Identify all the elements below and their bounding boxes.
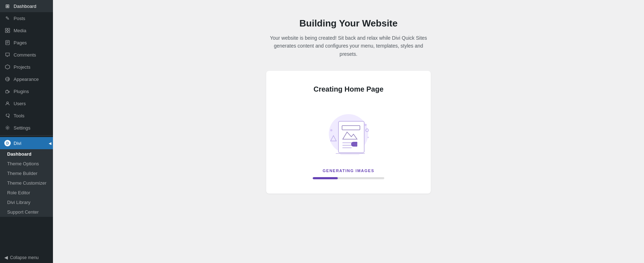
sidebar-item-projects[interactable]: Projects xyxy=(0,61,53,73)
divi-submenu-item-theme-options[interactable]: Theme Options xyxy=(0,159,53,169)
divi-submenu-item-theme-builder[interactable]: Theme Builder xyxy=(0,169,53,178)
svg-point-16 xyxy=(330,129,332,131)
sidebar-item-label: Media xyxy=(14,28,26,33)
sidebar-item-label: Pages xyxy=(14,40,27,45)
divi-submenu-item-role-editor[interactable]: Role Editor xyxy=(0,188,53,198)
page-subtitle: Your website is being created! Sit back … xyxy=(270,34,427,58)
divi-submenu-item-label: Divi Library xyxy=(7,200,30,205)
sidebar-item-dashboard[interactable]: ⊞ Dashboard xyxy=(0,0,53,12)
page-title: Building Your Website xyxy=(299,18,397,29)
main-content: Building Your Website Your website is be… xyxy=(53,0,644,263)
sidebar-item-label: Dashboard xyxy=(14,4,36,9)
collapse-label: Collapse menu xyxy=(10,255,39,260)
collapse-menu-button[interactable]: ◀ Collapse menu xyxy=(0,252,53,263)
tools-icon xyxy=(4,112,11,119)
sidebar-item-plugins[interactable]: Plugins xyxy=(0,85,53,97)
posts-icon: ✎ xyxy=(4,15,11,21)
collapse-icon: ◀ xyxy=(4,255,8,260)
status-label: GENERATING IMAGES xyxy=(323,169,374,173)
divi-submenu-item-label: Theme Options xyxy=(7,161,39,166)
sidebar-item-pages[interactable]: Pages xyxy=(0,36,53,49)
comments-icon xyxy=(4,52,11,58)
sidebar: ⊞ Dashboard ✎ Posts Media Pages xyxy=(0,0,53,263)
sidebar-item-label: Posts xyxy=(14,16,25,21)
divi-submenu-item-label: Support Center xyxy=(7,209,39,215)
svg-point-18 xyxy=(367,137,369,138)
sidebar-item-appearance[interactable]: Appearance xyxy=(0,73,53,85)
divi-submenu-item-label: Theme Builder xyxy=(7,171,38,176)
divi-icon: D xyxy=(4,140,11,146)
sidebar-item-media[interactable]: Media xyxy=(0,24,53,36)
sidebar-item-label: Projects xyxy=(14,64,30,70)
settings-icon xyxy=(4,125,11,131)
media-icon xyxy=(4,27,11,34)
sidebar-item-label: Comments xyxy=(14,52,36,58)
divi-submenu-item-dashboard[interactable]: Dashboard xyxy=(0,149,53,159)
sidebar-item-tools[interactable]: Tools xyxy=(0,109,53,122)
svg-rect-3 xyxy=(8,31,10,33)
svg-rect-0 xyxy=(5,28,7,30)
dashboard-icon: ⊞ xyxy=(4,3,11,9)
page-illustration xyxy=(320,103,377,161)
svg-rect-10 xyxy=(6,91,8,93)
divi-submenu-item-theme-customizer[interactable]: Theme Customizer xyxy=(0,178,53,188)
sidebar-item-settings[interactable]: Settings xyxy=(0,122,53,134)
svg-point-17 xyxy=(365,124,367,126)
sidebar-item-posts[interactable]: ✎ Posts xyxy=(0,12,53,24)
appearance-icon xyxy=(4,76,11,82)
divi-submenu: Dashboard Theme Options Theme Builder Th… xyxy=(0,149,53,217)
plugins-icon xyxy=(4,88,11,94)
sidebar-item-comments[interactable]: Comments xyxy=(0,49,53,61)
divi-submenu-item-label: Dashboard xyxy=(7,151,31,157)
sidebar-item-label: Plugins xyxy=(14,89,29,94)
pages-icon xyxy=(4,39,11,46)
sidebar-item-label: Users xyxy=(14,101,26,106)
divi-submenu-item-label: Theme Customizer xyxy=(7,180,47,186)
divi-arrow-icon: ◀ xyxy=(49,141,52,145)
svg-rect-1 xyxy=(8,28,10,30)
sidebar-divi-label: Divi xyxy=(14,141,21,146)
divi-submenu-item-support-center[interactable]: Support Center xyxy=(0,207,53,217)
svg-point-14 xyxy=(7,127,8,128)
projects-icon xyxy=(4,64,11,70)
divi-submenu-item-divi-library[interactable]: Divi Library xyxy=(0,198,53,207)
users-icon xyxy=(4,100,11,107)
building-card: Creating Home Page xyxy=(266,71,431,194)
svg-point-13 xyxy=(7,102,9,104)
sidebar-item-label: Settings xyxy=(14,125,30,131)
sidebar-item-label: Tools xyxy=(14,113,24,118)
sidebar-item-users[interactable]: Users xyxy=(0,97,53,109)
progress-bar-fill xyxy=(313,177,338,179)
sidebar-item-divi[interactable]: D Divi ◀ xyxy=(0,137,53,149)
sidebar-item-label: Appearance xyxy=(14,77,39,82)
divi-submenu-item-label: Role Editor xyxy=(7,190,30,195)
svg-rect-2 xyxy=(5,31,7,33)
progress-bar xyxy=(313,177,384,179)
card-title: Creating Home Page xyxy=(313,85,384,93)
